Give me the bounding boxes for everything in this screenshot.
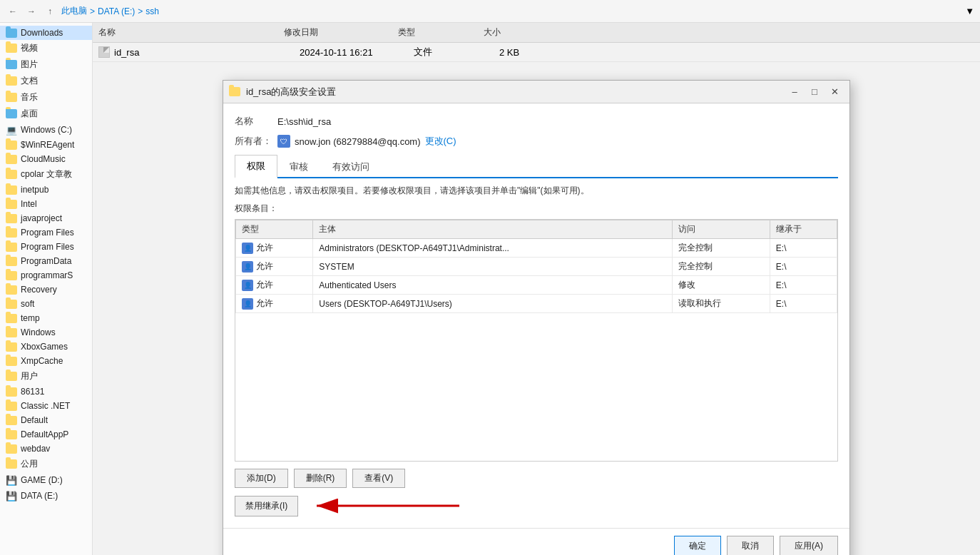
- sidebar-label-18: soft: [21, 299, 34, 309]
- sidebar-label-14: Program Files: [21, 242, 74, 252]
- view-dropdown-icon[interactable]: ▼: [965, 6, 974, 16]
- sidebar-item-soft[interactable]: soft: [0, 297, 92, 311]
- sidebar-label-15: ProgramData: [21, 256, 71, 266]
- owner-shield-icon: 🛡: [277, 135, 290, 148]
- sidebar-label-11: Intel: [21, 199, 37, 209]
- tab-effective-access[interactable]: 有效访问: [320, 155, 382, 178]
- sidebar-item-86131[interactable]: 86131: [0, 385, 92, 399]
- tab-audit[interactable]: 审核: [277, 155, 320, 178]
- owner-label: 所有者：: [235, 135, 277, 148]
- change-owner-link[interactable]: 更改(C): [425, 135, 456, 148]
- sidebar-item-inetpub[interactable]: inetpub: [0, 183, 92, 197]
- sidebar-item-pictures[interactable]: 图片: [0, 56, 92, 73]
- drive-c-icon: 💻: [6, 124, 17, 136]
- sidebar-item-downloads-label: Downloads: [21, 28, 63, 38]
- user-icon-1: 👤: [242, 261, 253, 273]
- intel-icon: [6, 200, 17, 209]
- sidebar-item-users[interactable]: 用户: [0, 368, 92, 385]
- apply-btn[interactable]: 应用(A): [780, 536, 838, 555]
- sidebar-item-webdav[interactable]: webdav: [0, 442, 92, 456]
- table-row[interactable]: 👤允许 SYSTEM 完全控制 E:\: [236, 258, 837, 276]
- table-row[interactable]: 👤允许 Authenticated Users 修改 E:\: [236, 276, 837, 295]
- sidebar-item-windows[interactable]: Windows: [0, 325, 92, 340]
- sidebar-item-downloads[interactable]: Downloads: [0, 26, 92, 40]
- sidebar-item-programfiles2[interactable]: Program Files: [0, 240, 92, 254]
- nav-forward[interactable]: →: [24, 4, 39, 19]
- dialog-close-btn[interactable]: ✕: [825, 85, 844, 99]
- table-row[interactable]: 👤允许 Users (DESKTOP-A649TJ1\Users) 读取和执行 …: [236, 295, 837, 313]
- sidebar-item-cloudmusic[interactable]: CloudMusic: [0, 152, 92, 166]
- cell-subject-3: Users (DESKTOP-A649TJ1\Users): [313, 295, 673, 313]
- pictures-icon: [6, 60, 17, 69]
- sidebar-item-default[interactable]: Default: [0, 413, 92, 427]
- sidebar-item-defaultapp[interactable]: DefaultAppP: [0, 427, 92, 442]
- name-value: E:\ssh\id_rsa: [277, 116, 331, 127]
- th-type: 类型: [236, 220, 313, 239]
- breadcrumb-computer[interactable]: 此电脑: [61, 5, 87, 17]
- sidebar-item-videos[interactable]: 视频: [0, 40, 92, 56]
- cell-access-2: 修改: [673, 276, 770, 295]
- dialog-overlay: id_rsa的高级安全设置 – □ ✕ 名称 E:\ssh\id_rsa: [93, 23, 980, 555]
- add-btn[interactable]: 添加(D): [235, 469, 288, 488]
- cpolar-icon: [6, 170, 17, 179]
- sidebar-label-17: Recovery: [21, 285, 57, 295]
- sidebar-item-javaproject[interactable]: javaproject: [0, 211, 92, 225]
- dialog-minimize-btn[interactable]: –: [785, 85, 804, 99]
- sidebar-item-intel[interactable]: Intel: [0, 197, 92, 211]
- sidebar-item-docs[interactable]: 文档: [0, 73, 92, 89]
- sidebar-label-26: Default: [21, 415, 48, 425]
- sidebar-item-winreagent[interactable]: $WinREAgent: [0, 138, 92, 152]
- sidebar-item-programdata[interactable]: ProgramData: [0, 254, 92, 268]
- sidebar-item-recovery[interactable]: Recovery: [0, 282, 92, 297]
- cancel-btn[interactable]: 取消: [727, 536, 774, 555]
- dialog-name-row: 名称 E:\ssh\id_rsa: [235, 115, 838, 128]
- downloads-folder-icon: [6, 29, 17, 38]
- sidebar-item-data-e[interactable]: 💾 DATA (E:): [0, 488, 92, 504]
- tab-permissions[interactable]: 权限: [235, 155, 277, 178]
- sidebar-item-music[interactable]: 音乐: [0, 89, 92, 106]
- sidebar-item-classicnet[interactable]: Classic .NET: [0, 399, 92, 413]
- view-btn[interactable]: 查看(V): [352, 469, 405, 488]
- sidebar: Downloads 视频 图片 文档 音乐 桌面 💻 Windows (C:): [0, 23, 93, 555]
- sidebar-item-cpolar[interactable]: cpolar 文章教: [0, 166, 92, 183]
- cell-subject-0: Administrators (DESKTOP-A649TJ1\Administ…: [313, 239, 673, 258]
- sidebar-item-xmpcache[interactable]: XmpCache: [0, 354, 92, 368]
- winreagent-icon: [6, 141, 17, 150]
- security-dialog: id_rsa的高级安全设置 – □ ✕ 名称 E:\ssh\id_rsa: [223, 80, 850, 555]
- user-icon-2: 👤: [242, 280, 253, 291]
- drive-d-icon: 💾: [6, 474, 17, 486]
- cell-subject-1: SYSTEM: [313, 258, 673, 276]
- dialog-maximize-btn[interactable]: □: [805, 85, 824, 99]
- sidebar-item-xboxgames[interactable]: XboxGames: [0, 340, 92, 354]
- sidebar-item-windows-c[interactable]: 💻 Windows (C:): [0, 122, 92, 138]
- java-icon: [6, 214, 17, 223]
- table-row[interactable]: 👤允许 Administrators (DESKTOP-A649TJ1\Admi…: [236, 239, 837, 258]
- breadcrumb-drive[interactable]: DATA (E:): [98, 6, 135, 16]
- nav-up[interactable]: ↑: [43, 4, 57, 19]
- cell-access-1: 完全控制: [673, 258, 770, 276]
- ok-btn[interactable]: 确定: [674, 536, 721, 555]
- sidebar-label-16: programmarS: [21, 270, 73, 280]
- classicnet-icon: [6, 402, 17, 411]
- dialog-tabs: 权限 审核 有效访问: [235, 155, 838, 178]
- sidebar-item-programfiles[interactable]: Program Files: [0, 225, 92, 240]
- sidebar-label-12: javaproject: [21, 213, 62, 223]
- sidebar-item-public[interactable]: 公用: [0, 456, 92, 472]
- sidebar-item-programmars[interactable]: programmarS: [0, 268, 92, 282]
- sidebar-item-desktop[interactable]: 桌面: [0, 106, 92, 122]
- inetpub-icon: [6, 185, 17, 195]
- cell-inherit-0: E:\: [770, 239, 837, 258]
- breadcrumb-folder[interactable]: ssh: [146, 6, 159, 16]
- xbox-icon: [6, 342, 17, 352]
- breadcrumb: 此电脑 > DATA (E:) > ssh: [61, 5, 159, 17]
- soft-icon: [6, 300, 17, 309]
- delete-btn[interactable]: 删除(R): [294, 469, 347, 488]
- sidebar-item-temp[interactable]: temp: [0, 311, 92, 325]
- nav-back[interactable]: ←: [6, 4, 20, 19]
- sidebar-label-21: XboxGames: [21, 342, 68, 352]
- disable-inherit-btn[interactable]: 禁用继承(I): [235, 496, 298, 516]
- sidebar-label-3: 文档: [21, 75, 38, 87]
- cell-inherit-1: E:\: [770, 258, 837, 276]
- 86131-icon: [6, 387, 17, 397]
- sidebar-item-game-d[interactable]: 💾 GAME (D:): [0, 472, 92, 488]
